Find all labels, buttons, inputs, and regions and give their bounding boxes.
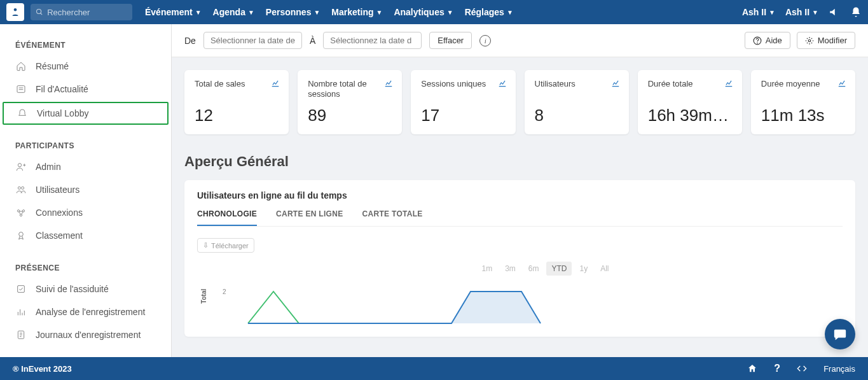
svg-line-2 [41,13,43,15]
range-6m[interactable]: 6m [523,262,544,276]
bell-icon [17,108,28,119]
connections-icon [15,207,27,218]
svg-point-11 [17,210,19,212]
download-icon: ⇩ [203,241,209,250]
chart-icon[interactable] [498,79,507,88]
svg-point-12 [22,210,24,212]
nav-personnes[interactable]: Personnes▼ [266,7,320,17]
chart-icon[interactable] [837,79,846,88]
svg-rect-18 [18,286,25,293]
megaphone-icon[interactable] [829,6,840,18]
bell-icon[interactable] [850,6,862,18]
sidebar-item-resume[interactable]: Résumé [0,55,171,78]
help-icon [753,36,762,45]
sidebar-item-label: Résumé [36,61,69,71]
nav-reglages[interactable]: Réglages▼ [465,7,513,17]
download-button[interactable]: ⇩ Télécharger [197,238,254,253]
nav-analytiques[interactable]: Analytiques▼ [394,7,453,17]
sidebar-item-label: Fil d'Actualité [36,84,88,94]
range-all[interactable]: All [595,262,614,276]
svg-point-0 [14,8,17,11]
range-ytd[interactable]: YTD [546,262,572,276]
tab-chronologie[interactable]: CHRONOLOGIE [197,209,257,226]
tab-carte-totale[interactable]: CARTE TOTALE [362,209,423,226]
stat-value: 11m 13s [761,106,845,125]
help-icon[interactable]: ? [774,363,780,374]
home-icon[interactable] [747,363,757,374]
stat-cards: Total de sales 12 Nombre total de sessio… [172,57,868,147]
info-icon[interactable]: i [479,35,491,46]
modify-button[interactable]: Modifier [797,32,855,49]
stat-label: Nombre total de sessions [308,79,392,99]
chart-icon[interactable] [724,79,733,88]
stat-label: Durée totale [648,79,732,99]
sidebar-item-analyse[interactable]: Analyse de l'enregistrement [0,300,171,323]
sidebar-item-journaux[interactable]: Journaux d'enregistrement [0,323,171,346]
chevron-down-icon: ▼ [248,9,254,16]
sidebar-section-presence: PRÉSENCE [0,257,171,278]
stat-value: 12 [195,106,279,125]
sidebar-item-utilisateurs[interactable]: Utilisateurs [0,178,171,201]
chart-svg [235,288,719,327]
svg-line-16 [22,212,24,215]
button-label: Aide [766,36,782,45]
from-date-input[interactable] [203,32,302,49]
chart-tabs: CHRONOLOGIE CARTE EN LIGNE CARTE TOTALE [197,209,843,227]
search-input[interactable] [47,8,127,17]
nav-marketing[interactable]: Marketing▼ [331,7,382,17]
svg-point-9 [18,186,20,189]
feed-icon [15,83,27,95]
stat-value: 89 [308,106,392,125]
chat-icon [833,327,847,341]
tab-carte-en-ligne[interactable]: CARTE EN LIGNE [276,209,343,226]
stat-unique-sessions: Sessions uniques 17 [411,70,515,134]
nav-label: Personnes [266,7,312,17]
log-icon [15,329,27,341]
sidebar-item-connexions[interactable]: Connexions [0,201,171,224]
sidebar-item-classement[interactable]: Classement [0,224,171,247]
svg-line-15 [19,212,21,215]
range-buttons: 1m 3m 6m YTD 1y All [248,262,843,276]
svg-point-10 [22,186,24,189]
language-selector[interactable]: Français [823,364,855,374]
stat-users: Utilisateurs 8 [525,70,629,134]
stat-value: 8 [535,106,619,125]
button-label: Effacer [437,36,464,45]
chevron-down-icon: ▼ [769,9,775,16]
sidebar[interactable]: ÉVÉNEMENT Résumé Fil d'Actualité Virtual… [0,24,172,357]
chart-icon[interactable] [271,79,280,88]
sidebar-item-virtual-lobby[interactable]: Virtual Lobby [3,102,169,125]
chevron-down-icon: ▼ [507,9,513,16]
admin-icon [15,161,27,172]
svg-point-28 [757,43,757,43]
nav-evenement[interactable]: Événement▼ [145,7,202,17]
sidebar-item-suivi[interactable]: Suivi de l'assiduité [0,278,171,300]
clear-button[interactable]: Effacer [429,32,472,49]
help-button[interactable]: Aide [745,32,790,49]
stat-total-sessions: Nombre total de sessions 89 [298,70,402,134]
code-icon[interactable] [797,363,807,374]
svg-point-29 [808,39,811,42]
stat-label: Total de sales [195,79,279,99]
chart-ytick: 2 [223,288,226,295]
stat-label: Utilisateurs [535,79,619,99]
range-1y[interactable]: 1y [574,262,593,276]
chevron-down-icon: ▼ [447,9,453,16]
nav-agenda[interactable]: Agenda▼ [213,7,254,17]
app-logo[interactable] [6,3,24,21]
sidebar-item-admin[interactable]: Admin [0,155,171,178]
user-menu-1[interactable]: Ash II▼ [742,7,775,17]
sidebar-item-label: Admin [36,162,61,172]
sidebar-item-fil[interactable]: Fil d'Actualité [0,78,171,101]
range-1m[interactable]: 1m [476,262,497,276]
main-content[interactable]: De À Effacer i Aide Modifier Total de sa… [172,24,868,357]
stat-value: 17 [421,106,505,125]
chart-icon[interactable] [611,79,620,88]
user-menu-2[interactable]: Ash II▼ [785,7,818,17]
range-3m[interactable]: 3m [500,262,521,276]
to-date-input[interactable] [323,32,422,49]
chart-icon[interactable] [384,79,393,88]
chat-button[interactable] [825,319,855,349]
search-box[interactable] [31,4,132,20]
chevron-down-icon: ▼ [376,9,382,16]
